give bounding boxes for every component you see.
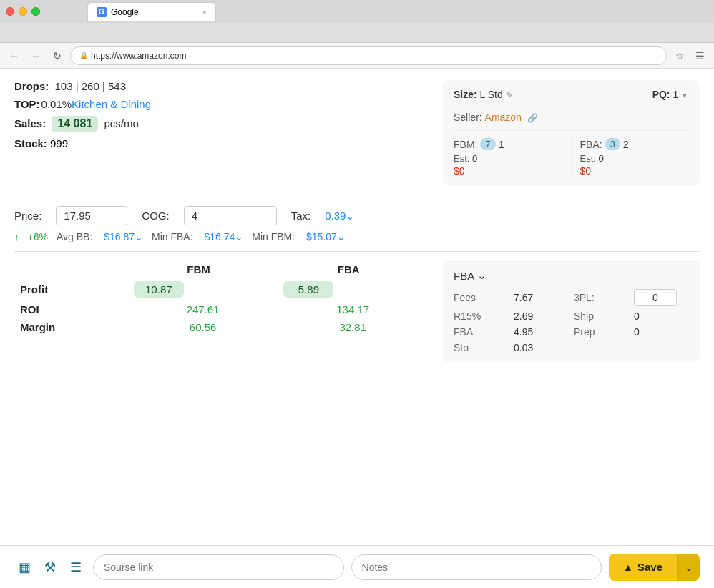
ship-label: Ship [574, 310, 628, 322]
top-percent: 0.01% [41, 98, 72, 110]
avg-bb-value[interactable]: $16.87⌄ [104, 231, 143, 242]
browser-titlebar: G Google × [0, 0, 714, 23]
bookmark-button[interactable]: ☆ [671, 47, 688, 64]
fba-label: FBA: [580, 139, 602, 150]
fees-label: Fees [454, 292, 508, 303]
bottom-icons: ▦ ⚒ ☰ [14, 557, 86, 577]
drops-row: Drops: 103 | 260 | 543 [14, 80, 428, 92]
tab-favicon: G [97, 7, 107, 17]
prep-label: Prep [574, 326, 628, 338]
lock-icon: 🔒 [79, 52, 88, 59]
toolbar-icons: ☆ ☰ [671, 47, 708, 64]
browser-tab[interactable]: G Google × [87, 2, 216, 21]
address-bar[interactable]: 🔒 https://www.amazon.com [70, 46, 667, 65]
fees-grid: Fees 7.67 3PL: R15% 2.69 Ship 0 FBA 4.95… [454, 289, 688, 353]
profit-row-label: Profit [14, 278, 128, 300]
drive-icon: ▲ [623, 562, 633, 573]
tools-icon-button[interactable]: ⚒ [40, 557, 60, 577]
notes-input[interactable] [351, 554, 602, 580]
fbm-price: $0 [454, 165, 562, 177]
roi-fbm-value: 247.61 [134, 303, 273, 315]
tab-title: Google [111, 7, 139, 17]
seller-link-icon[interactable]: 🔗 [527, 113, 538, 123]
tab-close-button[interactable]: × [202, 8, 207, 16]
roi-fba-cell: 134.17 [278, 300, 428, 318]
save-button-group: ▲ Save ⌄ [609, 554, 700, 581]
minimize-button[interactable] [19, 7, 27, 16]
profit-fbm-value: 10.87 [134, 281, 184, 298]
profit-fbm-cell: 10.87 [128, 278, 278, 300]
margin-fbm-cell: 60.56 [128, 318, 278, 336]
pq-label: PQ: [652, 89, 670, 100]
sales-label: Sales: [14, 117, 46, 129]
fba-block: FBA: 3 2 Est: 0 $0 [580, 138, 689, 177]
margin-fba-cell: 32.81 [278, 318, 428, 336]
min-fbm-value[interactable]: $15.07⌄ [306, 231, 346, 242]
profit-table: FBM FBA Profit 10.87 5.89 ROI 247.61 134… [14, 260, 428, 336]
bottom-bar: ▦ ⚒ ☰ ▲ Save ⌄ [0, 545, 714, 588]
forward-button[interactable]: → [27, 47, 44, 64]
pq-value: 1 [673, 89, 678, 100]
size-label: Size: [454, 89, 477, 100]
tax-label: Tax: [291, 210, 311, 222]
fbm-est-label: Est: [454, 153, 469, 164]
save-dropdown-button[interactable]: ⌄ [677, 554, 700, 581]
sales-unit: pcs/mo [104, 117, 138, 129]
cog-label: COG: [142, 210, 169, 222]
fba-fees-block: FBA ⌄ Fees 7.67 3PL: R15% 2.69 Ship 0 FB… [442, 260, 700, 362]
stock-row: Stock: 999 [14, 137, 428, 150]
back-button[interactable]: ← [6, 47, 23, 64]
price-cog-section: Price: COG: Tax: 0.39⌄ [14, 206, 700, 225]
fba-fees-header[interactable]: FBA ⌄ [454, 269, 688, 282]
reload-button[interactable]: ↻ [49, 47, 66, 64]
sales-badge: 14 081 [52, 116, 98, 132]
tpl-input[interactable] [634, 289, 677, 306]
roi-fba-value: 134.17 [283, 303, 422, 315]
pq-dropdown-icon[interactable]: ▼ [681, 92, 688, 99]
divider-1 [14, 197, 700, 197]
fbm-count-row: FBM: 7 1 [454, 138, 562, 150]
r15-label: R15% [454, 310, 508, 322]
extensions-button[interactable]: ☰ [691, 47, 708, 64]
size-group: Size: L Std ✎ [454, 89, 513, 100]
top-row: TOP:0.01%Kitchen & Dining [14, 98, 428, 110]
main-content: Drops: 103 | 260 | 543 TOP:0.01%Kitchen … [0, 69, 714, 588]
margin-fbm-value: 60.56 [134, 321, 273, 333]
table-row: Profit 10.87 5.89 [14, 278, 428, 300]
edit-size-icon[interactable]: ✎ [506, 90, 513, 100]
min-fbm-label: Min FBM: [252, 231, 298, 242]
profit-section: FBM FBA Profit 10.87 5.89 ROI 247.61 134… [14, 260, 700, 362]
list-icon-button[interactable]: ☰ [66, 557, 86, 577]
percent-green: +6% [28, 231, 48, 242]
fba-count-row: FBA: 3 2 [580, 138, 689, 150]
roi-row-label: ROI [14, 300, 128, 318]
category-link[interactable]: Kitchen & Dining [72, 98, 151, 110]
fba-count2: 2 [623, 139, 629, 150]
profit-fba-value: 5.89 [283, 281, 333, 298]
bb-row: ↑+6% Avg BB: $16.87⌄ Min FBA: $16.74⌄ Mi… [14, 231, 700, 242]
min-fba-value[interactable]: $16.74⌄ [204, 231, 243, 242]
source-link-input[interactable] [93, 554, 344, 580]
ship-value: 0 [634, 310, 688, 322]
col-fbm-header: FBM [128, 260, 278, 278]
arrow-up-icon: ↑ [14, 232, 19, 242]
fbm-block: FBM: 7 1 Est: 0 $0 [454, 138, 572, 177]
tax-value[interactable]: 0.39⌄ [325, 210, 355, 222]
save-button[interactable]: ▲ Save [609, 554, 677, 581]
profit-table-block: FBM FBA Profit 10.87 5.89 ROI 247.61 134… [14, 260, 428, 362]
fba-est-value: 0 [599, 153, 604, 164]
cog-input[interactable] [184, 206, 277, 225]
divider-2 [14, 251, 700, 252]
sto-value: 0.03 [514, 342, 568, 353]
right-column: Size: L Std ✎ PQ: 1 ▼ Seller: Amazon 🔗 [442, 80, 700, 185]
avg-bb-label: Avg BB: [57, 231, 95, 242]
close-button[interactable] [6, 7, 14, 16]
price-input[interactable] [56, 206, 127, 225]
browser-toolbar: ← → ↻ 🔒 https://www.amazon.com ☆ ☰ [0, 43, 714, 69]
seller-row: Seller: Amazon 🔗 [454, 112, 688, 123]
fees-value: 7.67 [514, 292, 568, 303]
chart-icon-button[interactable]: ▦ [14, 557, 34, 577]
stock-label: Stock: [14, 137, 47, 150]
address-text: https://www.amazon.com [91, 51, 186, 61]
maximize-button[interactable] [31, 7, 40, 16]
